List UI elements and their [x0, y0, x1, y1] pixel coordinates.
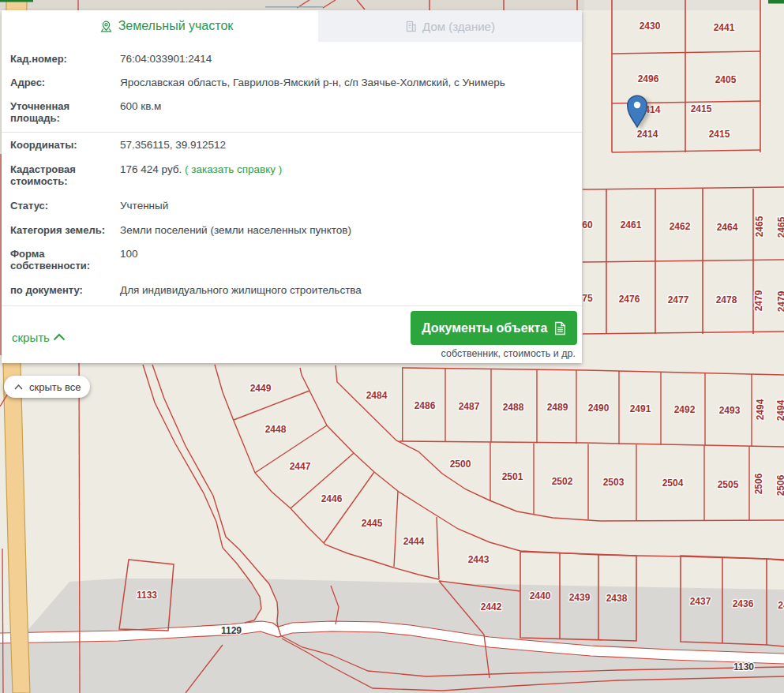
svg-text:2415: 2415: [691, 103, 712, 114]
svg-text:2442: 2442: [481, 601, 502, 612]
svg-text:2503: 2503: [603, 477, 625, 488]
svg-text:2494: 2494: [755, 399, 766, 420]
svg-text:2440: 2440: [530, 590, 551, 601]
svg-text:2449: 2449: [250, 383, 272, 394]
svg-text:2405: 2405: [715, 74, 737, 85]
svg-text:2493: 2493: [719, 405, 741, 416]
svg-text:2430: 2430: [640, 21, 661, 32]
svg-text:2414: 2414: [637, 129, 658, 140]
svg-text:2487: 2487: [459, 401, 480, 412]
svg-text:2464: 2464: [717, 222, 738, 233]
svg-text:1133: 1133: [137, 590, 157, 601]
svg-text:2465: 2465: [754, 215, 765, 237]
svg-text:2444: 2444: [403, 536, 425, 547]
svg-text:2441: 2441: [714, 22, 735, 33]
svg-text:2436: 2436: [733, 598, 754, 609]
svg-text:2445: 2445: [362, 518, 383, 529]
svg-text:75: 75: [582, 293, 593, 304]
svg-text:1130: 1130: [733, 661, 754, 672]
svg-text:2437: 2437: [690, 596, 711, 607]
svg-text:2502: 2502: [552, 476, 573, 487]
svg-text:2501: 2501: [502, 471, 523, 482]
svg-text:2447: 2447: [290, 461, 311, 472]
svg-text:2488: 2488: [503, 402, 524, 413]
svg-text:2443: 2443: [468, 554, 490, 565]
svg-text:2439: 2439: [569, 592, 591, 603]
svg-text:2506: 2506: [753, 473, 764, 494]
svg-text:2506: 2506: [775, 474, 784, 496]
svg-text:2479: 2479: [753, 290, 764, 311]
svg-text:2486: 2486: [415, 400, 436, 411]
svg-text:2494: 2494: [775, 399, 784, 421]
svg-text:2462: 2462: [670, 221, 691, 232]
svg-text:2465: 2465: [776, 216, 784, 238]
svg-text:2490: 2490: [588, 403, 610, 414]
svg-text:2505: 2505: [718, 479, 739, 490]
svg-text:2479: 2479: [776, 290, 784, 312]
svg-text:2504: 2504: [662, 478, 684, 489]
svg-text:2500: 2500: [450, 459, 471, 470]
svg-text:60: 60: [582, 219, 593, 230]
svg-text:2492: 2492: [674, 404, 696, 415]
svg-text:2446: 2446: [321, 493, 343, 504]
svg-text:24: 24: [778, 600, 784, 611]
svg-text:2489: 2489: [547, 402, 568, 413]
svg-text:2448: 2448: [265, 424, 287, 435]
svg-text:2415: 2415: [709, 129, 730, 140]
svg-text:2438: 2438: [606, 593, 628, 604]
svg-text:2478: 2478: [716, 294, 737, 305]
svg-text:2477: 2477: [668, 294, 689, 305]
svg-text:2491: 2491: [630, 403, 651, 414]
svg-text:2484: 2484: [366, 390, 388, 401]
svg-text:2476: 2476: [619, 294, 640, 305]
svg-text:1129: 1129: [221, 625, 242, 636]
svg-text:2496: 2496: [638, 73, 659, 84]
svg-text:2461: 2461: [621, 219, 642, 230]
